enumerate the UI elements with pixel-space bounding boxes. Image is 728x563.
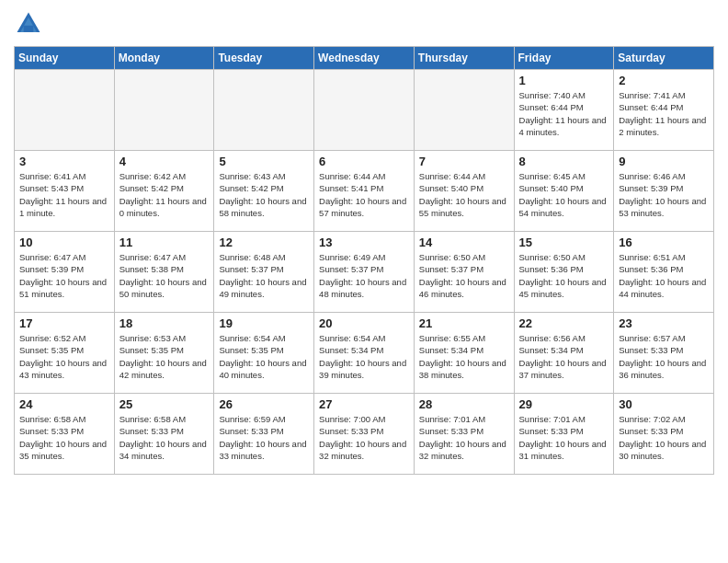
day-info: Sunrise: 7:01 AMSunset: 5:33 PMDaylight:… bbox=[519, 413, 609, 462]
day-info: Sunrise: 7:40 AMSunset: 6:44 PMDaylight:… bbox=[519, 89, 609, 138]
day-info: Sunrise: 6:57 AMSunset: 5:33 PMDaylight:… bbox=[619, 332, 709, 381]
day-info: Sunrise: 6:47 AMSunset: 5:39 PMDaylight:… bbox=[19, 251, 109, 300]
day-info: Sunrise: 6:52 AMSunset: 5:35 PMDaylight:… bbox=[19, 332, 109, 381]
calendar-cell: 28Sunrise: 7:01 AMSunset: 5:33 PMDayligh… bbox=[414, 394, 514, 475]
logo bbox=[14, 9, 47, 39]
calendar-cell bbox=[314, 70, 415, 151]
calendar-cell: 12Sunrise: 6:48 AMSunset: 5:37 PMDayligh… bbox=[214, 232, 314, 313]
day-number: 21 bbox=[419, 316, 509, 330]
day-info: Sunrise: 6:55 AMSunset: 5:34 PMDaylight:… bbox=[419, 332, 509, 381]
day-info: Sunrise: 7:41 AMSunset: 6:44 PMDaylight:… bbox=[619, 89, 709, 138]
day-number: 20 bbox=[319, 316, 409, 330]
logo-icon bbox=[14, 9, 43, 39]
day-header: Saturday bbox=[614, 47, 714, 70]
day-info: Sunrise: 6:46 AMSunset: 5:39 PMDaylight:… bbox=[619, 170, 709, 219]
day-number: 7 bbox=[419, 155, 509, 168]
calendar-cell: 11Sunrise: 6:47 AMSunset: 5:38 PMDayligh… bbox=[114, 232, 214, 313]
calendar-cell: 2Sunrise: 7:41 AMSunset: 6:44 PMDaylight… bbox=[614, 70, 714, 151]
day-number: 12 bbox=[219, 236, 309, 249]
day-number: 1 bbox=[519, 74, 609, 87]
day-number: 26 bbox=[219, 397, 309, 411]
calendar-cell: 19Sunrise: 6:54 AMSunset: 5:35 PMDayligh… bbox=[214, 313, 314, 394]
day-header: Friday bbox=[514, 47, 614, 70]
day-info: Sunrise: 6:58 AMSunset: 5:33 PMDaylight:… bbox=[19, 413, 109, 462]
day-number: 19 bbox=[219, 316, 309, 330]
calendar-cell: 26Sunrise: 6:59 AMSunset: 5:33 PMDayligh… bbox=[214, 394, 314, 475]
calendar-cell: 7Sunrise: 6:44 AMSunset: 5:40 PMDaylight… bbox=[414, 151, 514, 232]
day-info: Sunrise: 6:50 AMSunset: 5:37 PMDaylight:… bbox=[419, 251, 509, 300]
day-number: 16 bbox=[619, 236, 709, 249]
day-number: 10 bbox=[19, 236, 109, 249]
calendar-cell bbox=[15, 70, 115, 151]
day-number: 18 bbox=[119, 316, 210, 330]
calendar-week-row: 17Sunrise: 6:52 AMSunset: 5:35 PMDayligh… bbox=[15, 313, 714, 394]
day-number: 2 bbox=[619, 74, 709, 87]
day-number: 17 bbox=[19, 316, 109, 330]
day-headers-row: SundayMondayTuesdayWednesdayThursdayFrid… bbox=[15, 47, 714, 70]
calendar-week-row: 3Sunrise: 6:41 AMSunset: 5:43 PMDaylight… bbox=[15, 151, 714, 232]
calendar-cell: 1Sunrise: 7:40 AMSunset: 6:44 PMDaylight… bbox=[514, 70, 614, 151]
day-info: Sunrise: 6:47 AMSunset: 5:38 PMDaylight:… bbox=[119, 251, 210, 300]
day-info: Sunrise: 7:02 AMSunset: 5:33 PMDaylight:… bbox=[619, 413, 709, 462]
day-number: 8 bbox=[519, 155, 609, 168]
calendar-cell: 13Sunrise: 6:49 AMSunset: 5:37 PMDayligh… bbox=[314, 232, 415, 313]
calendar-page: SundayMondayTuesdayWednesdayThursdayFrid… bbox=[0, 0, 728, 484]
calendar-week-row: 10Sunrise: 6:47 AMSunset: 5:39 PMDayligh… bbox=[15, 232, 714, 313]
calendar-cell bbox=[414, 70, 514, 151]
calendar-cell: 24Sunrise: 6:58 AMSunset: 5:33 PMDayligh… bbox=[15, 394, 115, 475]
day-info: Sunrise: 6:58 AMSunset: 5:33 PMDaylight:… bbox=[119, 413, 210, 462]
day-info: Sunrise: 6:43 AMSunset: 5:42 PMDaylight:… bbox=[219, 170, 309, 219]
calendar-week-row: 24Sunrise: 6:58 AMSunset: 5:33 PMDayligh… bbox=[15, 394, 714, 475]
day-info: Sunrise: 6:49 AMSunset: 5:37 PMDaylight:… bbox=[319, 251, 409, 300]
day-number: 29 bbox=[519, 397, 609, 411]
calendar-cell: 29Sunrise: 7:01 AMSunset: 5:33 PMDayligh… bbox=[514, 394, 614, 475]
header bbox=[14, 9, 714, 39]
day-number: 24 bbox=[19, 397, 109, 411]
day-number: 30 bbox=[619, 397, 709, 411]
day-info: Sunrise: 6:53 AMSunset: 5:35 PMDaylight:… bbox=[119, 332, 210, 381]
day-number: 11 bbox=[119, 236, 210, 249]
svg-rect-2 bbox=[24, 26, 34, 32]
calendar-cell: 8Sunrise: 6:45 AMSunset: 5:40 PMDaylight… bbox=[514, 151, 614, 232]
day-info: Sunrise: 6:41 AMSunset: 5:43 PMDaylight:… bbox=[19, 170, 109, 219]
day-number: 5 bbox=[219, 155, 309, 168]
calendar-week-row: 1Sunrise: 7:40 AMSunset: 6:44 PMDaylight… bbox=[15, 70, 714, 151]
day-header: Tuesday bbox=[214, 47, 314, 70]
calendar-cell: 10Sunrise: 6:47 AMSunset: 5:39 PMDayligh… bbox=[15, 232, 115, 313]
day-info: Sunrise: 6:50 AMSunset: 5:36 PMDaylight:… bbox=[519, 251, 609, 300]
day-info: Sunrise: 6:54 AMSunset: 5:34 PMDaylight:… bbox=[319, 332, 409, 381]
calendar-cell: 5Sunrise: 6:43 AMSunset: 5:42 PMDaylight… bbox=[214, 151, 314, 232]
calendar-cell: 25Sunrise: 6:58 AMSunset: 5:33 PMDayligh… bbox=[114, 394, 214, 475]
day-info: Sunrise: 6:59 AMSunset: 5:33 PMDaylight:… bbox=[219, 413, 309, 462]
calendar-cell: 21Sunrise: 6:55 AMSunset: 5:34 PMDayligh… bbox=[414, 313, 514, 394]
day-number: 14 bbox=[419, 236, 509, 249]
day-info: Sunrise: 7:00 AMSunset: 5:33 PMDaylight:… bbox=[319, 413, 409, 462]
calendar-cell: 20Sunrise: 6:54 AMSunset: 5:34 PMDayligh… bbox=[314, 313, 415, 394]
day-header: Sunday bbox=[15, 47, 115, 70]
calendar-cell: 30Sunrise: 7:02 AMSunset: 5:33 PMDayligh… bbox=[614, 394, 714, 475]
calendar-cell: 3Sunrise: 6:41 AMSunset: 5:43 PMDaylight… bbox=[15, 151, 115, 232]
calendar-cell bbox=[214, 70, 314, 151]
day-number: 28 bbox=[419, 397, 509, 411]
day-info: Sunrise: 6:42 AMSunset: 5:42 PMDaylight:… bbox=[119, 170, 210, 219]
calendar-cell: 9Sunrise: 6:46 AMSunset: 5:39 PMDaylight… bbox=[614, 151, 714, 232]
day-number: 25 bbox=[119, 397, 210, 411]
calendar-cell: 17Sunrise: 6:52 AMSunset: 5:35 PMDayligh… bbox=[15, 313, 115, 394]
day-info: Sunrise: 6:44 AMSunset: 5:40 PMDaylight:… bbox=[419, 170, 509, 219]
day-number: 15 bbox=[519, 236, 609, 249]
day-number: 9 bbox=[619, 155, 709, 168]
calendar-body: 1Sunrise: 7:40 AMSunset: 6:44 PMDaylight… bbox=[15, 70, 714, 475]
day-info: Sunrise: 6:51 AMSunset: 5:36 PMDaylight:… bbox=[619, 251, 709, 300]
calendar-cell: 22Sunrise: 6:56 AMSunset: 5:34 PMDayligh… bbox=[514, 313, 614, 394]
calendar-table: SundayMondayTuesdayWednesdayThursdayFrid… bbox=[14, 46, 714, 475]
calendar-cell: 18Sunrise: 6:53 AMSunset: 5:35 PMDayligh… bbox=[114, 313, 214, 394]
day-header: Thursday bbox=[414, 47, 514, 70]
calendar-cell bbox=[114, 70, 214, 151]
calendar-cell: 4Sunrise: 6:42 AMSunset: 5:42 PMDaylight… bbox=[114, 151, 214, 232]
day-info: Sunrise: 6:48 AMSunset: 5:37 PMDaylight:… bbox=[219, 251, 309, 300]
day-number: 4 bbox=[119, 155, 210, 168]
calendar-cell: 23Sunrise: 6:57 AMSunset: 5:33 PMDayligh… bbox=[614, 313, 714, 394]
day-info: Sunrise: 6:45 AMSunset: 5:40 PMDaylight:… bbox=[519, 170, 609, 219]
calendar-cell: 15Sunrise: 6:50 AMSunset: 5:36 PMDayligh… bbox=[514, 232, 614, 313]
day-number: 3 bbox=[19, 155, 109, 168]
